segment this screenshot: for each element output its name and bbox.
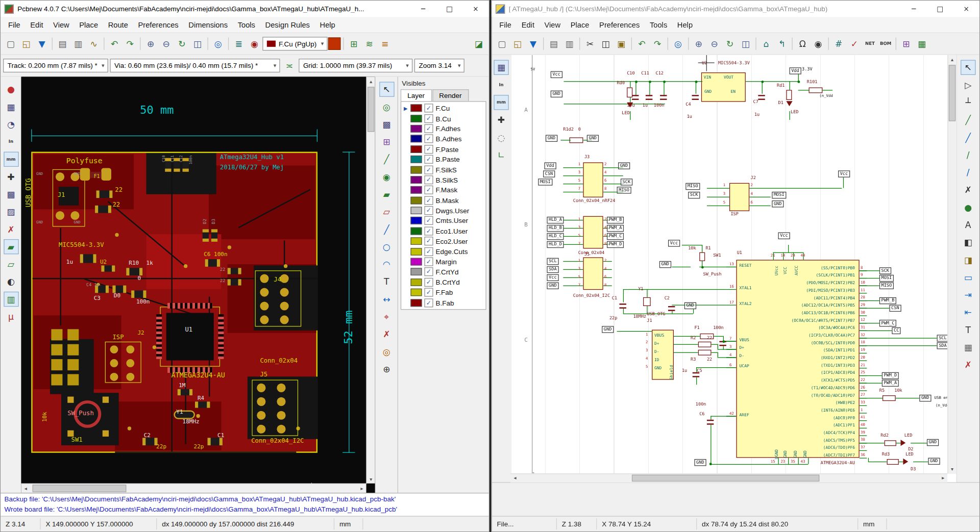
layers-manager-toggle[interactable]: ▥ bbox=[4, 292, 18, 307]
layer-row-b-cu[interactable]: ✓B.Cu bbox=[403, 113, 486, 123]
read-netlist-button[interactable]: ≣ bbox=[231, 36, 246, 51]
polar-coords-toggle[interactable]: ◔ bbox=[4, 117, 18, 132]
minimize-button[interactable]: ─ bbox=[410, 1, 436, 17]
place-text-tool[interactable]: T bbox=[961, 322, 975, 337]
pcbnew-menu-route[interactable]: Route bbox=[103, 18, 133, 31]
layer-visibility-checkbox[interactable]: ✓ bbox=[424, 155, 433, 164]
undo-button[interactable]: ↶ bbox=[634, 36, 649, 51]
layer-color-swatch[interactable] bbox=[410, 196, 422, 204]
layer-color-swatch[interactable] bbox=[410, 125, 422, 133]
via-size-select[interactable]: Via: 0.60 mm (23.6 mils)/ 0.40 mm (15.7 … bbox=[110, 59, 280, 72]
add-dimension-tool[interactable]: ↔ bbox=[379, 292, 394, 307]
pcbnew-menu-place[interactable]: Place bbox=[75, 18, 103, 31]
layer-row-f-crtyd[interactable]: ✓F.CrtYd bbox=[403, 267, 486, 277]
layer-visibility-checkbox[interactable]: ✓ bbox=[424, 258, 433, 266]
pcbnew-menu-edit[interactable]: Edit bbox=[25, 18, 48, 31]
place-sheet-tool[interactable]: ▭ bbox=[961, 270, 975, 285]
grid-toggle[interactable]: ▦ bbox=[494, 60, 508, 75]
layer-visibility-checkbox[interactable]: ✓ bbox=[424, 196, 433, 205]
pcbnew-menu-design-rules[interactable]: Design Rules bbox=[260, 18, 315, 31]
assign-footprints-button[interactable]: ⊞ bbox=[899, 36, 914, 51]
add-via-tool[interactable]: ◉ bbox=[379, 169, 394, 184]
tab-layer[interactable]: Layer bbox=[401, 89, 432, 101]
place-image-tool[interactable]: ▦ bbox=[961, 340, 975, 354]
import-sheet-pin-tool[interactable]: ⇥ bbox=[961, 287, 975, 302]
layer-color-swatch[interactable] bbox=[410, 156, 422, 163]
add-target-tool[interactable]: ⌖ bbox=[379, 309, 394, 324]
layer-row-b-mask[interactable]: ✓B.Mask bbox=[403, 195, 486, 206]
drill-place-offset-tool[interactable]: ◎ bbox=[379, 344, 394, 359]
horizontal-scroll-thumb[interactable] bbox=[33, 485, 127, 492]
place-bus-tool[interactable]: ╱ bbox=[961, 130, 975, 145]
layer-visibility-checkbox[interactable]: ✓ bbox=[424, 145, 433, 154]
add-keepout-tool[interactable]: ▱ bbox=[379, 204, 394, 219]
place-sheet-pin-tool[interactable]: ⇤ bbox=[961, 305, 975, 320]
close-button[interactable]: × bbox=[953, 1, 979, 17]
layer-visibility-checkbox[interactable]: ✓ bbox=[424, 104, 433, 112]
layer-visibility-checkbox[interactable]: ✓ bbox=[424, 124, 433, 133]
pcbnew-menu-tools[interactable]: Tools bbox=[233, 18, 260, 31]
horizontal-scroll-track[interactable] bbox=[30, 484, 358, 493]
microwave-tools-button[interactable]: µ bbox=[4, 309, 18, 324]
layer-row-dwgs-user[interactable]: ✓Dwgs.User bbox=[403, 206, 486, 216]
zoom-redraw-button[interactable]: ↻ bbox=[175, 36, 189, 51]
layer-row-b-adhes[interactable]: ✓B.Adhes bbox=[403, 134, 486, 144]
fast-access-mode-button[interactable]: ≡ bbox=[378, 36, 393, 51]
tab-render[interactable]: Render bbox=[432, 89, 469, 101]
layer-row-f-silks[interactable]: ✓F.SilkS bbox=[403, 164, 486, 174]
wire-to-bus-entry-tool[interactable]: / bbox=[961, 147, 975, 162]
layer-color-swatch[interactable] bbox=[410, 145, 422, 153]
print-button[interactable]: ▥ bbox=[562, 36, 577, 51]
redo-button[interactable]: ↷ bbox=[650, 36, 665, 51]
layer-row-margin[interactable]: ✓Margin bbox=[403, 257, 486, 267]
plot-button[interactable]: ∿ bbox=[86, 36, 101, 51]
hv-wires-toggle[interactable]: ∟ bbox=[494, 147, 508, 162]
redo-button[interactable]: ↷ bbox=[122, 36, 137, 51]
units-inch-toggle[interactable]: In bbox=[494, 78, 508, 92]
scroll-left-button[interactable]: ◄ bbox=[510, 474, 519, 482]
select-tool[interactable]: ↖ bbox=[961, 60, 975, 75]
layer-visibility-checkbox[interactable]: ✓ bbox=[424, 298, 433, 307]
zoom-out-button[interactable]: ⊖ bbox=[159, 36, 174, 51]
horizontal-scrollbar[interactable]: ◄ ► bbox=[510, 473, 947, 482]
zoom-redraw-button[interactable]: ↻ bbox=[723, 36, 738, 51]
schematic-canvas[interactable]: VccGNDVddGNDGNDVddCSNMOSIGNDSCKMISOMISOS… bbox=[510, 55, 947, 473]
route-track-tool[interactable]: ╱ bbox=[379, 152, 394, 167]
layer-visibility-checkbox[interactable]: ✓ bbox=[424, 165, 433, 174]
layer-color-swatch[interactable] bbox=[410, 217, 422, 224]
layer-color-swatch[interactable] bbox=[410, 238, 422, 245]
footprint-mode-button[interactable]: ⊞ bbox=[346, 36, 361, 51]
layer-color-swatch[interactable] bbox=[410, 268, 422, 276]
scroll-down-button[interactable]: ▼ bbox=[948, 465, 957, 473]
cut-button[interactable]: ✂ bbox=[582, 36, 597, 51]
bom-button[interactable]: BOM bbox=[878, 36, 893, 51]
layer-visibility-checkbox[interactable]: ✓ bbox=[424, 226, 433, 235]
pcbnew-menu-view[interactable]: View bbox=[48, 18, 74, 31]
layer-visibility-checkbox[interactable]: ✓ bbox=[424, 175, 433, 184]
bus-to-bus-entry-tool[interactable]: / bbox=[961, 165, 975, 180]
layer-row-b-silks[interactable]: ✓B.SilkS bbox=[403, 175, 486, 185]
layer-row-f-fab[interactable]: ✓F.Fab bbox=[403, 287, 486, 297]
ratsnest-toggle[interactable]: ▩ bbox=[4, 187, 18, 201]
layer-row-b-fab[interactable]: ✓B.Fab bbox=[403, 297, 486, 308]
layer-row-f-cu[interactable]: ▶✓F.Cu bbox=[403, 103, 486, 113]
layer-visibility-checkbox[interactable]: ✓ bbox=[424, 278, 433, 287]
layer-color-swatch[interactable] bbox=[410, 166, 422, 173]
library-editor-button[interactable]: Ω bbox=[795, 36, 810, 51]
zoom-in-button[interactable]: ⊕ bbox=[691, 36, 706, 51]
eeschema-menu-tools[interactable]: Tools bbox=[645, 18, 672, 31]
zoom-fit-button[interactable]: ◫ bbox=[190, 36, 205, 51]
add-circle-tool[interactable]: ○ bbox=[379, 239, 394, 254]
layer-color-swatch[interactable] bbox=[410, 258, 422, 266]
layer-row-b-paste[interactable]: ✓B.Paste bbox=[403, 154, 486, 164]
scroll-up-button[interactable]: ▲ bbox=[948, 55, 957, 64]
save-board-button[interactable]: ▼ bbox=[34, 36, 49, 51]
layer-color-swatch[interactable] bbox=[410, 115, 422, 122]
layer-color-swatch[interactable] bbox=[410, 207, 422, 214]
layer-visibility-checkbox[interactable]: ✓ bbox=[424, 237, 433, 245]
zoom-fit-button[interactable]: ◫ bbox=[738, 36, 753, 51]
eeschema-menu-help[interactable]: Help bbox=[672, 18, 698, 31]
add-line-tool[interactable]: ╱ bbox=[379, 222, 394, 237]
minimize-button[interactable]: ─ bbox=[900, 1, 926, 17]
eeschema-menu-file[interactable]: File bbox=[495, 18, 517, 31]
